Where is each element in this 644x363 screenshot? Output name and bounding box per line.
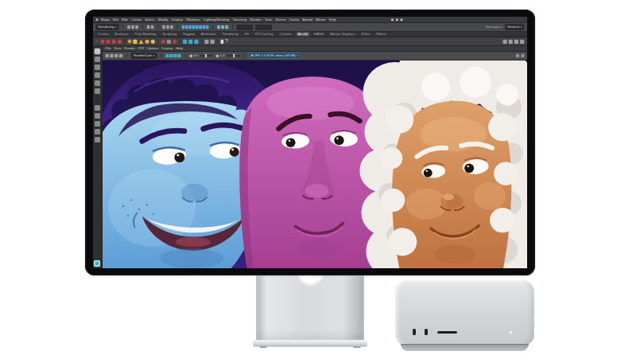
shelf-tab-curves[interactable]: Curves [96,32,111,37]
menu-cache[interactable]: Cache [289,18,299,21]
shelf-tab-mash[interactable]: MASH [312,32,326,37]
menu-modify[interactable]: Modify [158,18,169,21]
menu-display[interactable]: Display [161,47,173,50]
render-region-icon[interactable] [110,54,113,57]
menu-ipr[interactable]: IPR [138,47,144,50]
arnold-mesh-light-icon[interactable] [112,39,116,43]
menu-render[interactable]: Render [124,47,135,50]
attribute-editor-toggle-icon[interactable] [503,39,507,43]
arnold-photometric-light-icon[interactable] [118,39,122,43]
shelf-menu-icon[interactable]: ≡ [96,40,98,43]
arnold-help-icon[interactable]: ? [225,39,228,44]
construction-history-icon[interactable] [203,25,206,29]
quick-selection-field[interactable] [237,25,253,29]
keep-image-icon[interactable] [516,54,519,57]
snap-to-grid-icon[interactable] [182,25,185,29]
menu-create[interactable]: Create [131,18,142,21]
menu-set-dropdown[interactable]: Rendering▾ [96,24,119,29]
snap-to-curve-icon[interactable] [185,25,188,29]
arnold-skydome-light-icon[interactable] [107,39,111,43]
render-settings-icon[interactable] [225,25,228,29]
menu-help[interactable]: Help [329,18,336,21]
menu-display[interactable]: Display [172,18,183,21]
menu-windows[interactable]: Windows [186,18,200,21]
rotate-tool-icon[interactable] [95,80,100,86]
ipr-toggle-icon[interactable] [119,54,122,57]
gamma-slider[interactable]: 1.0 [216,54,240,57]
arnold-standard-surface-icon[interactable] [133,39,137,43]
arnold-volume-icon[interactable] [183,39,187,43]
workspace-dropdown[interactable]: General▾ [505,24,524,29]
view-transform-dropdown[interactable]: ACES 1.0 SDR-video (sRGB)▾ [248,53,301,58]
select-by-hierarchy-icon[interactable] [162,25,165,29]
redo-icon[interactable] [151,25,154,29]
arnold-ramp-icon[interactable] [167,39,171,43]
display-blue-channel-icon[interactable] [177,54,180,57]
redo-previous-render-icon[interactable] [106,54,109,57]
shelf-tab-animation[interactable]: Animation [200,32,219,37]
arnold-tx-manager-icon[interactable] [211,39,215,43]
status-badge-icon[interactable] [94,260,100,267]
move-tool-icon[interactable] [95,72,100,78]
shelf-tab-fx[interactable]: FX [243,32,251,37]
arnold-docs-icon[interactable] [221,39,224,43]
apple-menu-icon[interactable] [96,18,99,21]
menu-lighting-shading[interactable]: Lighting/Shading [204,18,229,21]
soft-select-icon[interactable] [206,25,209,29]
menu-file[interactable]: File [113,18,118,21]
display-alpha-channel-icon[interactable] [169,54,173,57]
undo-icon[interactable] [147,25,150,29]
tool-settings-toggle-icon[interactable] [509,39,513,43]
menu-file[interactable]: File [106,47,111,50]
menu-bifrost[interactable]: Bifrost [316,18,325,21]
shelf-tab-rendering[interactable]: Rendering [221,32,240,37]
render-current-frame-icon[interactable] [217,25,220,29]
menu-render[interactable]: Render [250,18,261,21]
snapshot-icon[interactable] [114,54,118,57]
shelf-tab-bifrost[interactable]: Bifrost [374,32,388,37]
menu-maya[interactable]: Maya [101,18,110,21]
menu-stereo[interactable]: Stereo [276,18,286,21]
menu-select[interactable]: Select [145,18,154,21]
snap-to-point-icon[interactable] [188,25,192,29]
render-camera-dropdown[interactable]: RenderCam▾ [131,53,157,58]
shelf-tab-custom[interactable]: Custom [277,32,293,37]
select-by-object-icon[interactable] [166,25,169,29]
shelf-tab-surfaces[interactable]: Surfaces [113,32,130,37]
shelf-tab-xgen[interactable]: XGen [359,32,371,37]
menu-options[interactable]: Options [147,47,159,50]
channel-box-toggle-icon[interactable] [514,39,518,43]
menu-arnold[interactable]: Arnold [302,18,312,21]
menu-texturing[interactable]: Texturing [233,18,247,21]
four-pane-layout-icon[interactable] [95,113,100,119]
menu-edit[interactable]: Edit [122,18,127,21]
battery-icon[interactable] [396,18,398,21]
exposure-slider[interactable]: 0.0 [189,54,213,57]
snap-to-projected-center-icon[interactable] [192,25,196,29]
new-scene-icon[interactable] [127,25,130,29]
magnifier-icon[interactable] [95,137,100,142]
quick-rename-field[interactable] [256,25,272,29]
shelf-tab-fx-caching[interactable]: FX Caching [254,32,275,37]
arnold-sun-icon[interactable] [145,39,149,43]
hypershade-layout-icon[interactable] [95,129,100,135]
side-by-side-layout-icon[interactable] [95,121,100,127]
shelf-tab-sculpting[interactable]: Sculpting [161,32,178,37]
arnold-toon-shader-icon[interactable] [194,39,198,43]
arnold-moon-icon[interactable] [151,39,155,43]
open-scene-icon[interactable] [131,25,134,29]
wifi-icon[interactable] [391,18,394,21]
lasso-tool-icon[interactable] [95,57,100,62]
menu-toon[interactable]: Toon [265,18,272,21]
single-pane-layout-icon[interactable] [95,105,100,111]
make-live-icon[interactable] [199,25,202,29]
arnold-physical-sky-icon[interactable] [127,39,132,44]
shelf-tab-arnold[interactable]: Arnold [296,32,309,37]
arnold-flat-shader-icon[interactable] [188,39,192,43]
arnold-light-portal-icon[interactable] [139,39,144,43]
modeling-toolkit-toggle-icon[interactable] [520,39,524,43]
shelf-tab-poly-modeling[interactable]: Poly Modeling [133,32,157,37]
paint-selection-tool-icon[interactable] [95,64,100,70]
spotlight-icon[interactable] [401,18,403,21]
display-red-channel-icon[interactable] [173,54,177,57]
